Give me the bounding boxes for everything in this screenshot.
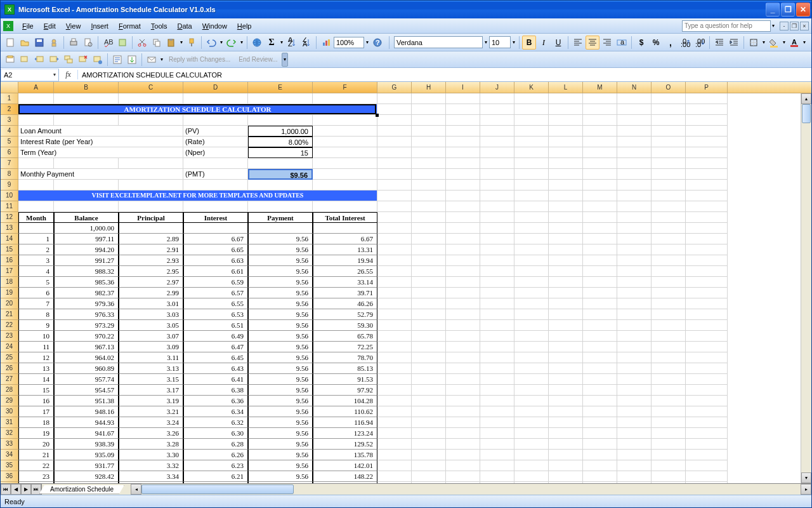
cell[interactable] — [412, 93, 446, 104]
minimize-button[interactable]: _ — [766, 3, 780, 17]
cell[interactable] — [549, 93, 583, 104]
cell[interactable] — [549, 158, 583, 169]
table-cell[interactable]: 23 — [18, 471, 54, 482]
table-cell[interactable]: 6.63 — [183, 255, 248, 266]
table-cell[interactable]: 3.01 — [119, 298, 183, 309]
cell[interactable] — [617, 309, 652, 320]
cell[interactable] — [377, 266, 412, 277]
table-cell[interactable]: 925.06 — [54, 482, 119, 483]
cell-initial-balance[interactable]: 1,000.00 — [54, 223, 119, 234]
table-cell[interactable]: 7 — [18, 298, 54, 309]
cell[interactable] — [183, 201, 248, 212]
abbr-term[interactable]: (Nper) — [183, 147, 248, 158]
cell[interactable] — [514, 158, 549, 169]
table-cell[interactable]: 1 — [18, 234, 54, 244]
cell[interactable] — [480, 298, 514, 309]
cell[interactable] — [514, 342, 549, 352]
cell[interactable] — [480, 190, 514, 201]
row-header-19[interactable]: 19 — [1, 288, 18, 298]
fill-color-button[interactable] — [767, 36, 781, 50]
cell[interactable] — [412, 158, 446, 169]
cell[interactable] — [652, 104, 686, 115]
cell[interactable] — [583, 104, 617, 115]
table-cell[interactable]: 9.56 — [248, 309, 313, 320]
send-mail-button[interactable] — [145, 53, 159, 67]
cell[interactable] — [549, 439, 583, 450]
table-header[interactable]: Balance — [54, 212, 119, 223]
cell[interactable] — [617, 385, 652, 396]
col-header-K[interactable]: K — [514, 82, 549, 93]
cell[interactable] — [617, 104, 652, 115]
cell[interactable] — [617, 147, 652, 158]
cell[interactable] — [412, 471, 446, 482]
table-cell[interactable]: 22 — [18, 460, 54, 471]
cell[interactable] — [412, 342, 446, 352]
cell[interactable] — [583, 244, 617, 255]
table-cell[interactable]: 78.70 — [313, 352, 377, 363]
table-cell[interactable]: 6.49 — [183, 331, 248, 342]
decrease-decimal-button[interactable]: .00.0 — [693, 36, 707, 50]
ink-button[interactable] — [91, 53, 105, 67]
cell[interactable] — [377, 93, 412, 104]
cell[interactable] — [686, 309, 728, 320]
cell[interactable] — [686, 417, 728, 428]
cell[interactable] — [313, 93, 377, 104]
table-cell[interactable]: 997.11 — [54, 234, 119, 244]
help-search-input[interactable] — [682, 20, 771, 32]
table-cell[interactable]: 9.56 — [248, 428, 313, 439]
cell[interactable] — [248, 115, 313, 126]
table-cell[interactable]: 6.43 — [183, 363, 248, 374]
table-cell[interactable]: 976.33 — [54, 309, 119, 320]
table-cell[interactable]: 985.36 — [54, 277, 119, 288]
cell[interactable] — [54, 93, 119, 104]
table-cell[interactable]: 9.56 — [248, 363, 313, 374]
cell[interactable] — [652, 137, 686, 147]
cell[interactable] — [686, 406, 728, 417]
cell[interactable] — [412, 169, 446, 180]
table-header[interactable]: Month — [18, 212, 54, 223]
table-cell[interactable]: 148.22 — [313, 471, 377, 482]
cell[interactable] — [652, 244, 686, 255]
comma-button[interactable]: , — [664, 36, 678, 50]
cell[interactable] — [377, 223, 412, 234]
cell[interactable] — [652, 450, 686, 460]
col-header-O[interactable]: O — [652, 82, 686, 93]
cell[interactable] — [583, 439, 617, 450]
table-cell[interactable]: 991.27 — [54, 255, 119, 266]
cell[interactable] — [686, 288, 728, 298]
row-header-13[interactable]: 13 — [1, 223, 18, 234]
link-banner[interactable]: VISIT EXCELTEMPLATE.NET FOR MORE TEMPLAT… — [18, 190, 377, 201]
col-header-E[interactable]: E — [248, 82, 313, 93]
col-header-G[interactable]: G — [377, 82, 412, 93]
cell[interactable] — [412, 352, 446, 363]
cell[interactable] — [514, 396, 549, 406]
bold-button[interactable]: B — [522, 36, 536, 50]
table-cell[interactable]: 19.94 — [313, 255, 377, 266]
cell[interactable] — [583, 137, 617, 147]
show-all-comments-button[interactable] — [62, 53, 75, 67]
cell[interactable] — [248, 223, 313, 234]
table-cell[interactable]: 129.52 — [313, 439, 377, 450]
abbr-loanAmount[interactable]: (PV) — [183, 126, 248, 137]
cell[interactable] — [617, 169, 652, 180]
cell[interactable] — [549, 320, 583, 331]
cell[interactable] — [446, 223, 480, 234]
row-header-36[interactable]: 36 — [1, 471, 18, 482]
cell[interactable] — [480, 428, 514, 439]
cell[interactable] — [480, 471, 514, 482]
menu-file[interactable]: File — [17, 20, 39, 32]
cell[interactable] — [583, 482, 617, 483]
cell[interactable] — [549, 482, 583, 483]
cell[interactable] — [412, 450, 446, 460]
cell[interactable] — [549, 428, 583, 439]
cell[interactable] — [446, 331, 480, 342]
row-header-34[interactable]: 34 — [1, 450, 18, 460]
row-header-23[interactable]: 23 — [1, 331, 18, 342]
cell[interactable] — [549, 126, 583, 137]
cell[interactable] — [549, 234, 583, 244]
cell[interactable] — [412, 255, 446, 266]
cell[interactable] — [377, 428, 412, 439]
cell[interactable] — [617, 288, 652, 298]
cell[interactable] — [480, 158, 514, 169]
cell[interactable] — [549, 471, 583, 482]
